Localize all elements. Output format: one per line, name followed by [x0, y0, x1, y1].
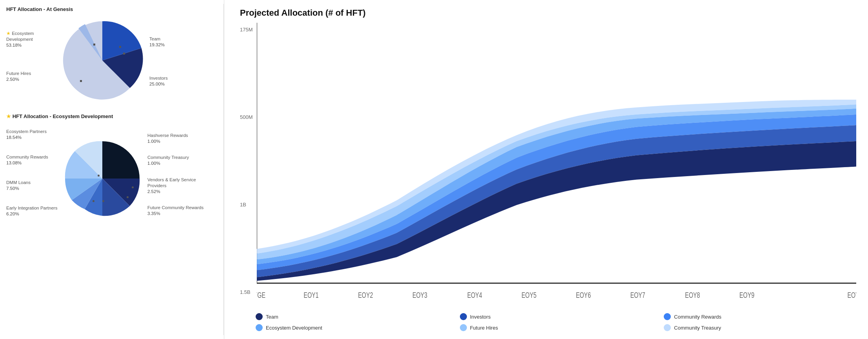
y-label-175m: 175M	[240, 27, 253, 33]
chart2-title: ★ HFT Allocation - Ecosystem Development	[6, 113, 220, 119]
legend-community-treasury-dot	[664, 324, 671, 331]
legend-future-hires-dot	[460, 324, 467, 331]
area-svg: @TGE EOY1 EOY2 EOY3 EOY4 EOY5 EOY6 EOY7 …	[257, 23, 856, 307]
legend-ecosystem-label: Ecosystem Development	[266, 325, 322, 331]
svg-text:EOY8: EOY8	[685, 291, 700, 300]
svg-text:EOY3: EOY3	[412, 291, 427, 300]
chart1-label-futurehires: Future Hires 2.50%	[6, 71, 57, 82]
y-label-1b5: 1.5B	[240, 289, 253, 295]
svg-text:EOY7: EOY7	[630, 291, 645, 300]
chart2-section: ★ HFT Allocation - Ecosystem Development…	[6, 113, 220, 224]
chart2-label-hashverse: Hashverse Rewards 1.00%	[147, 133, 212, 144]
y-axis: 1.5B 1B 500M 175M	[240, 23, 257, 307]
svg-text:EOY1: EOY1	[303, 291, 318, 300]
area-chart: @TGE EOY1 EOY2 EOY3 EOY4 EOY5 EOY6 EOY7 …	[257, 23, 856, 307]
legend-future-hires: Future Hires	[460, 324, 652, 331]
legend: Team Investors Community Rewards Ecosyst…	[240, 313, 856, 331]
legend-community-treasury-label: Community Treasury	[674, 325, 721, 331]
svg-text:EOY2: EOY2	[358, 291, 373, 300]
chart2-label-communitytreasury: Community Treasury 1.00%	[147, 155, 212, 166]
legend-investors-label: Investors	[470, 314, 491, 320]
projection-title: Projected Allocation (# of HFT)	[240, 8, 856, 18]
y-label-1b: 1B	[240, 202, 253, 208]
chart1-title: HFT Allocation - At Genesis	[6, 6, 220, 12]
legend-community-treasury: Community Treasury	[664, 324, 856, 331]
chart1-pie	[61, 19, 143, 102]
chart2-label-vendors: Vendors & Early Service Providers 2.52%	[147, 177, 212, 195]
chart2-label-ecosystempartners: Ecosystem Partners 18.54%	[6, 129, 60, 140]
chart2-label-communityrewards: Community Rewards 13.08%	[6, 154, 60, 166]
right-panel: Projected Allocation (# of HFT) 1.5B 1B …	[224, 0, 868, 339]
legend-investors-dot	[460, 313, 467, 320]
svg-text:@TGE: @TGE	[257, 291, 265, 300]
area-chart-container: 1.5B 1B 500M 175M	[240, 23, 856, 307]
chart1-label-ecosystem: ★ Ecosystem Development 53.18%	[6, 31, 57, 48]
legend-community-rewards-dot	[664, 313, 671, 320]
chart2-label-earlyintegration: Early Integration Partners 6.20%	[6, 205, 60, 217]
legend-community-rewards: Community Rewards	[664, 313, 856, 320]
legend-team-dot	[256, 313, 263, 320]
chart1-label-team: Team 19.32%	[149, 36, 194, 48]
svg-text:EOY6: EOY6	[576, 291, 591, 300]
chart1-label-investors: Investors 25.00%	[149, 75, 194, 87]
left-panel: HFT Allocation - At Genesis ★ Ecosystem …	[0, 0, 223, 339]
star-icon: ★	[6, 31, 11, 36]
chart2-label-futurerewards: Future Community Rewards 3.35%	[147, 205, 212, 217]
chart2-pie	[63, 139, 142, 218]
legend-ecosystem-dot	[256, 324, 263, 331]
svg-text:EOY9: EOY9	[739, 291, 754, 300]
legend-future-hires-label: Future Hires	[470, 325, 498, 331]
svg-text:EOY4: EOY4	[467, 291, 482, 300]
legend-team: Team	[256, 313, 448, 320]
chart2-star-icon: ★	[6, 113, 11, 119]
chart2-label-dmmloans: DMM Loans 7.50%	[6, 180, 60, 191]
legend-team-label: Team	[266, 314, 278, 320]
svg-text:EOY5: EOY5	[521, 291, 536, 300]
svg-text:EOY10: EOY10	[847, 291, 856, 300]
legend-community-rewards-label: Community Rewards	[674, 314, 721, 320]
y-label-500m: 500M	[240, 114, 253, 120]
legend-ecosystem: Ecosystem Development	[256, 324, 448, 331]
chart1-section: HFT Allocation - At Genesis ★ Ecosystem …	[6, 6, 220, 106]
legend-investors: Investors	[460, 313, 652, 320]
